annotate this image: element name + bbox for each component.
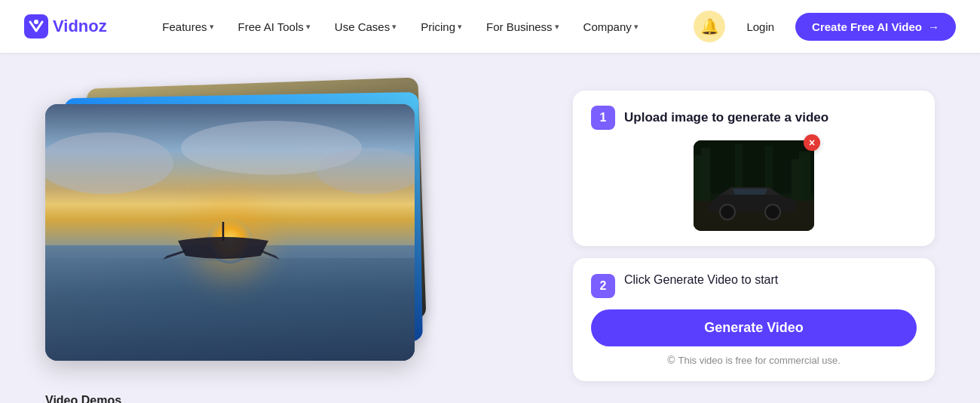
close-button[interactable]: × bbox=[804, 134, 820, 151]
nav-item-company[interactable]: Company ▾ bbox=[573, 14, 649, 39]
boat-icon bbox=[155, 218, 291, 263]
navbar: Vidnoz Features ▾ Free AI Tools ▾ Use Ca… bbox=[0, 0, 980, 53]
copyright-icon: © bbox=[667, 354, 675, 366]
clouds bbox=[45, 117, 415, 232]
nav-item-features[interactable]: Features ▾ bbox=[152, 14, 224, 39]
commercial-note: © This video is free for commercial use. bbox=[591, 354, 917, 366]
main-content: Video Demos 1 Upload image to generate a… bbox=[0, 53, 980, 403]
chevron-down-icon: ▾ bbox=[306, 22, 311, 32]
image-inner bbox=[45, 104, 415, 361]
chevron-down-icon: ▾ bbox=[634, 22, 639, 32]
chevron-down-icon: ▾ bbox=[210, 22, 214, 32]
boat-scene bbox=[45, 104, 415, 361]
svg-point-13 bbox=[765, 205, 780, 220]
step-2-header: 2 Click Generate Video to start bbox=[591, 273, 917, 299]
generate-video-button[interactable]: Generate Video bbox=[591, 309, 917, 346]
create-free-video-button[interactable]: Create Free AI Video → bbox=[795, 13, 956, 41]
video-demos-label: Video Demos bbox=[45, 394, 121, 403]
chevron-down-icon: ▾ bbox=[458, 22, 462, 32]
svg-point-1 bbox=[34, 20, 38, 24]
step-1-badge: 1 bbox=[591, 106, 615, 130]
step-1-title: Upload image to generate a video bbox=[624, 110, 828, 125]
arrow-icon: → bbox=[928, 20, 939, 33]
right-section: 1 Upload image to generate a video bbox=[573, 83, 935, 381]
notification-bell[interactable]: 🔔 bbox=[694, 11, 725, 42]
nav-right: 🔔 Login Create Free AI Video → bbox=[694, 11, 956, 42]
main-image bbox=[45, 104, 415, 361]
step-2-badge: 2 bbox=[591, 274, 615, 298]
chevron-down-icon: ▾ bbox=[392, 22, 397, 32]
login-button[interactable]: Login bbox=[737, 14, 783, 39]
step-1-header: 1 Upload image to generate a video bbox=[591, 106, 917, 130]
nav-item-for-business[interactable]: For Business ▾ bbox=[476, 14, 570, 39]
step-2-card: 2 Click Generate Video to start Generate… bbox=[573, 258, 935, 381]
left-section: Video Demos bbox=[45, 83, 422, 385]
upload-preview: × bbox=[694, 140, 814, 231]
logo-icon bbox=[24, 14, 48, 38]
nav-item-pricing[interactable]: Pricing ▾ bbox=[410, 14, 473, 39]
nav-item-free-ai-tools[interactable]: Free AI Tools ▾ bbox=[228, 14, 321, 39]
step-1-card: 1 Upload image to generate a video bbox=[573, 91, 935, 246]
logo-text: Vidnoz bbox=[53, 17, 107, 36]
chevron-down-icon: ▾ bbox=[555, 22, 559, 32]
preview-image bbox=[694, 140, 814, 231]
nav-item-use-cases[interactable]: Use Cases ▾ bbox=[324, 14, 407, 39]
preview-image-svg bbox=[694, 140, 814, 231]
nav-links: Features ▾ Free AI Tools ▾ Use Cases ▾ P… bbox=[152, 14, 648, 39]
step-2-title: Click Generate Video to start bbox=[624, 273, 778, 287]
logo[interactable]: Vidnoz bbox=[24, 14, 107, 38]
svg-rect-0 bbox=[24, 14, 48, 38]
svg-point-12 bbox=[720, 205, 735, 220]
